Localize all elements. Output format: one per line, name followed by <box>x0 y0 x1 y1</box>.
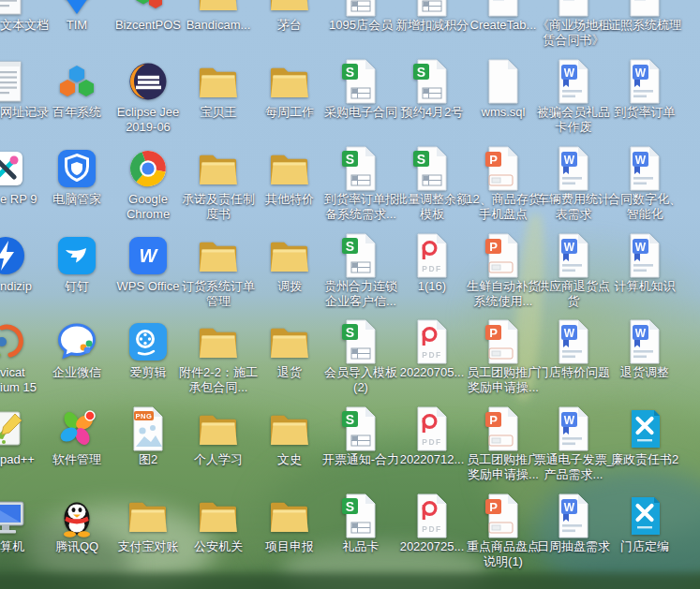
ppt-icon: P <box>481 406 526 451</box>
desktop-icon-tim-1[interactable]: TIM <box>41 0 112 33</box>
svg-text:W: W <box>564 241 575 254</box>
desktop-icon-cubes-11[interactable]: 百年系统 <box>41 59 112 120</box>
folder-icon <box>267 0 312 17</box>
desktop-icon-folder-4[interactable]: 茅台 <box>254 0 325 33</box>
desktop-icon-pdf-56[interactable]: PDF20220712... <box>396 406 468 467</box>
desktop-icon-word-58[interactable]: W票通电子发票_产品需求... <box>538 406 609 482</box>
xdoc-icon <box>622 406 667 451</box>
svg-text:S: S <box>346 152 354 167</box>
svg-text:S: S <box>346 239 354 254</box>
desktop-icon-word-39[interactable]: W计算机知识 <box>609 233 680 294</box>
desktop-icon-sheet-6[interactable]: S新增扣减积分 <box>396 0 468 33</box>
desktop-icon-word-49[interactable]: W退货调整 <box>609 319 680 380</box>
desktop-icon-docblank-17[interactable]: wms.sql <box>468 59 539 120</box>
desktop-icon-word-19[interactable]: W到货率订单 <box>609 59 680 120</box>
desktop-icon-label: 礼品卡 <box>320 539 402 554</box>
desktop-icon-label: 开票通知-合力 <box>320 452 402 467</box>
desktop[interactable]: 文本文档TIMBizcentPOSBandicam...茅台S1095店会员S新… <box>0 0 700 589</box>
desktop-icon-ppt-27[interactable]: P12、商品存货手机盘点 <box>468 146 539 222</box>
desktop-icon-ppt-67[interactable]: P重点商品盘点说明(1) <box>468 493 539 569</box>
desktop-icon-doclines-7[interactable]: CreateTab... <box>468 0 539 33</box>
desktop-icon-word-29[interactable]: W合同数字化、智能化 <box>609 146 680 222</box>
desktop-icon-sheet-55[interactable]: S开票通知-合力 <box>325 406 396 467</box>
desktop-icon-pdf-36[interactable]: PDF1(16) <box>396 233 468 294</box>
desktop-icon-sheet-5[interactable]: S1095店会员 <box>325 0 396 33</box>
desktop-icon-sheet-26[interactable]: S批量调整余额模板 <box>396 146 468 222</box>
desktop-icon-folder-13[interactable]: 宝贝王 <box>183 59 254 120</box>
folder-icon <box>196 0 241 17</box>
desktop-icon-navicat-40[interactable]: vicat ium 15 <box>0 319 41 395</box>
desktop-icon-label: 宝贝王 <box>177 105 260 120</box>
desktop-icon-folder-3[interactable]: Bandicam... <box>183 0 254 33</box>
desktop-icon-dingtalk-31[interactable]: 钉钉 <box>41 233 112 294</box>
desktop-icon-word-68[interactable]: W日周抽盘需求 <box>538 493 609 554</box>
svg-text:PDF: PDF <box>422 524 442 534</box>
desktop-icon-word-48[interactable]: W门店特价问题 <box>538 319 609 380</box>
desktop-icon-folder-24[interactable]: 其他特价 <box>254 146 325 207</box>
desktop-icon-xdoc-69[interactable]: 门店定编 <box>609 493 680 554</box>
desktop-icon-folder-34[interactable]: 调拨 <box>254 233 325 294</box>
desktop-icon-wecom-41[interactable]: 企业微信 <box>41 319 112 380</box>
desktop-icon-pcmgr-21[interactable]: 电脑管家 <box>41 146 112 207</box>
desktop-icon-folder-14[interactable]: 每周工作 <box>254 59 325 120</box>
desktop-icon-chrome-22[interactable]: Google Chrome <box>112 146 184 222</box>
desktop-icon-sheet-35[interactable]: S贵州合力连锁企业客户信... <box>325 233 396 309</box>
desktop-icon-label: 1(16) <box>391 279 473 294</box>
desktop-icon-pdf-46[interactable]: PDF20220705... <box>396 319 468 380</box>
desktop-icon-label: 合同数字化、智能化 <box>603 192 686 222</box>
desktop-icon-qq-61[interactable]: 腾讯QQ <box>41 493 112 554</box>
desktop-icon-sheet-65[interactable]: S礼品卡 <box>325 493 396 554</box>
desktop-icon-doclines-8[interactable]: 《商业场地租赁合同书》 <box>538 0 609 48</box>
desktop-icon-word-28[interactable]: W车辆费用统计表需求 <box>538 146 609 222</box>
desktop-icon-folder-62[interactable]: 支付宝对账 <box>112 493 184 554</box>
desktop-icon-ppt-37[interactable]: P生鲜自动补货系统使用... <box>468 233 539 309</box>
desktop-icon-sheet-25[interactable]: S到货率订单报备系统需求... <box>325 146 396 222</box>
desktop-icon-sheet-16[interactable]: S预约4月2号 <box>396 59 468 120</box>
notepad-icon <box>0 59 28 104</box>
xdoc-icon <box>622 493 667 538</box>
desktop-icon-folder-44[interactable]: 退货 <box>254 319 325 380</box>
desktop-icon-word-18[interactable]: W被骗会员礼品卡作废 <box>538 59 609 135</box>
desktop-icon-xdoc-59[interactable]: 廉政责任书2 <box>609 406 680 467</box>
desktop-icon-cutter-42[interactable]: 爱剪辑 <box>112 319 184 380</box>
sheet-icon: S <box>338 319 383 364</box>
desktop-icon-folder-54[interactable]: 文史 <box>254 406 325 467</box>
cubes-icon <box>54 59 99 104</box>
npp-icon <box>0 406 28 451</box>
desktop-icon-sheet-45[interactable]: S会员导入模板(2) <box>325 319 396 395</box>
desktop-icon-png-52[interactable]: PNG图2 <box>112 406 184 467</box>
svg-text:S: S <box>346 325 354 340</box>
desktop-icon-folder-43[interactable]: 附件2-2：施工承包合同... <box>183 319 254 395</box>
desktop-icon-softmgr-51[interactable]: 软件管理 <box>41 406 112 467</box>
desktop-icon-folder-23[interactable]: 承诺及责任制度书 <box>183 146 254 222</box>
desktop-icon-label: 个人学习 <box>177 452 260 467</box>
svg-text:PDF: PDF <box>422 437 442 447</box>
desktop-icon-label: 20220705... <box>391 365 473 380</box>
desktop-icon-label: 文史 <box>248 452 331 467</box>
qq-icon <box>54 493 99 538</box>
desktop-icon-folder-33[interactable]: 订货系统订单管理 <box>183 233 254 309</box>
desktop-icon-label: 日周抽盘需求 <box>532 539 615 554</box>
desktop-icon-eclipse-12[interactable]: Eclipse Jee 2019-06 <box>112 59 184 135</box>
desktop-icon-folder-53[interactable]: 个人学习 <box>183 406 254 467</box>
bizcent-icon <box>126 0 171 17</box>
png-icon: PNG <box>126 406 171 451</box>
desktop-icon-label: 票通电子发票_产品需求... <box>532 452 615 482</box>
svg-text:S: S <box>417 152 425 167</box>
desktop-icon-label: 每周工作 <box>248 105 331 120</box>
desktop-icon-ppt-57[interactable]: P员工团购推广奖励申请操... <box>468 406 539 482</box>
desktop-icon-word-38[interactable]: W供应商退货点货 <box>538 233 609 309</box>
sheet-icon: S <box>410 59 454 104</box>
desktop-icon-folder-63[interactable]: 公安机关 <box>183 493 254 554</box>
desktop-icon-pdf-66[interactable]: PDF20220725... <box>396 493 468 554</box>
desktop-icon-folder-64[interactable]: 项目申报 <box>254 493 325 554</box>
desktop-icon-doclines-9[interactable]: 证照系统梳理 <box>609 0 680 33</box>
desktop-icon-sheet-15[interactable]: S采购电子合同 <box>325 59 396 120</box>
desktop-icon-bizcent-2[interactable]: BizcentPOS <box>112 0 184 33</box>
desktop-icon-label: 退货 <box>248 365 331 380</box>
desktop-icon-label: 退货调整 <box>603 365 686 380</box>
desktop-icon-ppt-47[interactable]: P员工团购推广奖励申请操... <box>468 319 539 395</box>
desktop-icon-wps-32[interactable]: WWPS Office <box>112 233 184 294</box>
svg-text:W: W <box>564 501 575 514</box>
folder-icon <box>196 406 241 451</box>
